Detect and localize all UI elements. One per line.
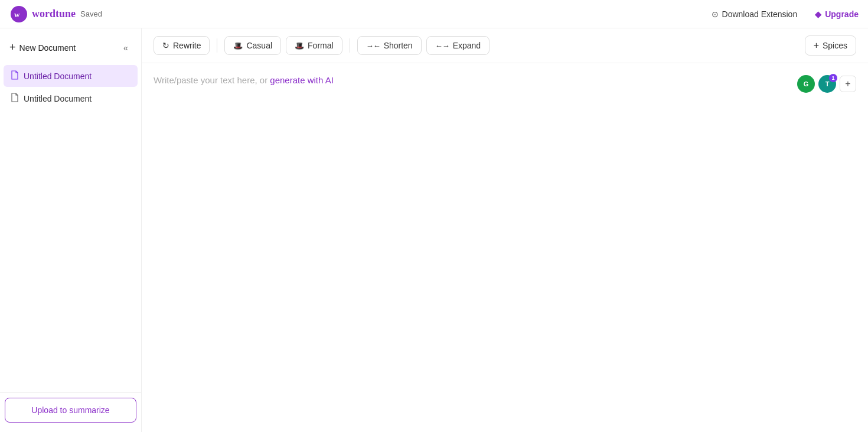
doc1-title: Untitled Document	[24, 72, 92, 81]
rewrite-icon: ↻	[162, 41, 169, 50]
expand-button[interactable]: ←→ Expand	[426, 36, 490, 55]
topnav-right: Download Extension Upgrade	[706, 6, 859, 22]
topnav: w wordtune Saved Download Extension Upgr…	[0, 0, 868, 28]
generate-with-ai-link[interactable]: generate with AI	[270, 75, 334, 85]
saved-status: Saved	[80, 9, 102, 18]
plus-icon: +	[9, 41, 16, 54]
avatar-green-letter: G	[804, 80, 809, 87]
sidebar-documents: Untitled Document Untitled Document	[0, 62, 141, 392]
collapse-sidebar-button[interactable]	[118, 40, 134, 56]
toolbar: ↻ Rewrite 🎩 Casual 🎩 Formal →← Shorten ←…	[142, 28, 868, 63]
upgrade-label: Upgrade	[825, 9, 859, 19]
sidebar-item-doc2[interactable]: Untitled Document	[4, 87, 138, 109]
editor-placeholder: Write/paste your text here, or generate …	[154, 75, 334, 85]
placeholder-text: Write/paste your text here, or	[154, 75, 270, 85]
avatar-teal-letter: T	[825, 80, 830, 87]
puzzle-icon	[712, 9, 719, 19]
editor-top-right: G T 1 +	[797, 75, 856, 93]
chevrons-left-icon	[123, 43, 128, 53]
new-document-button[interactable]: + New Document	[7, 39, 78, 56]
separator2	[350, 38, 350, 53]
content-area: ↻ Rewrite 🎩 Casual 🎩 Formal →← Shorten ←…	[142, 28, 868, 432]
shorten-label: Shorten	[384, 41, 413, 50]
download-extension-label: Download Extension	[722, 9, 798, 19]
casual-label: Casual	[246, 41, 272, 50]
rewrite-button[interactable]: ↻ Rewrite	[154, 36, 210, 55]
svg-text:w: w	[14, 10, 20, 19]
topnav-left: w wordtune Saved	[9, 5, 102, 24]
sidebar-header: + New Document	[0, 33, 141, 62]
casual-button[interactable]: 🎩 Casual	[224, 36, 281, 55]
upload-to-summarize-button[interactable]: Upload to summarize	[5, 398, 136, 423]
upgrade-button[interactable]: Upgrade	[815, 9, 859, 19]
expand-icon: ←→	[435, 41, 449, 50]
wordtune-logo-icon: w	[9, 5, 28, 24]
spices-plus-icon: +	[814, 40, 819, 51]
shorten-icon: →←	[366, 41, 380, 50]
sidebar-item-doc1[interactable]: Untitled Document	[4, 65, 138, 87]
doc2-title: Untitled Document	[24, 94, 92, 103]
separator1	[217, 38, 217, 53]
sidebar-footer: Upload to summarize	[0, 392, 141, 427]
upload-to-summarize-label: Upload to summarize	[31, 405, 109, 415]
spices-button[interactable]: + Spices	[805, 35, 856, 56]
formal-button[interactable]: 🎩 Formal	[286, 36, 342, 55]
avatar-teal: T 1	[818, 75, 836, 93]
plus-icon: +	[845, 79, 850, 89]
document-icon	[11, 70, 19, 82]
sidebar: + New Document Untitled Document	[0, 28, 142, 432]
main-layout: + New Document Untitled Document	[0, 28, 868, 432]
document-icon	[11, 93, 19, 104]
avatar-green: G	[797, 75, 815, 93]
diamond-icon	[815, 9, 821, 19]
logo[interactable]: w wordtune	[9, 5, 76, 24]
new-document-label: New Document	[19, 43, 76, 53]
formal-icon: 🎩	[295, 41, 304, 50]
casual-icon: 🎩	[233, 41, 243, 50]
expand-label: Expand	[453, 41, 481, 50]
formal-label: Formal	[308, 41, 334, 50]
notification-badge: 1	[829, 74, 837, 82]
add-person-button[interactable]: +	[840, 76, 856, 92]
generate-ai-label: generate with AI	[270, 75, 334, 85]
spices-label: Spices	[823, 41, 847, 50]
shorten-button[interactable]: →← Shorten	[357, 36, 422, 55]
editor-area[interactable]: Write/paste your text here, or generate …	[142, 63, 868, 432]
rewrite-label: Rewrite	[173, 41, 201, 50]
app-name-label: wordtune	[32, 8, 76, 20]
download-extension-button[interactable]: Download Extension	[706, 6, 804, 22]
